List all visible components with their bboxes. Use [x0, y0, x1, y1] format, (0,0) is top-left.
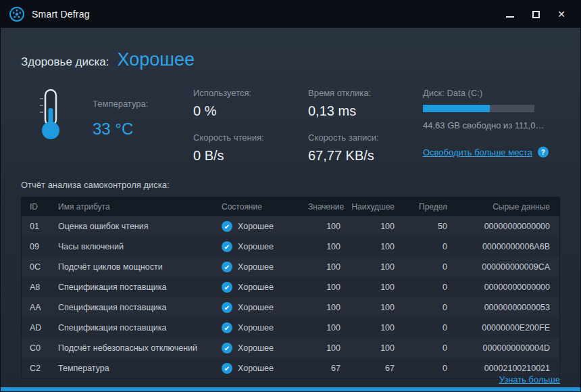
- cell-value: 100: [304, 242, 345, 251]
- status-text: Хорошее: [238, 222, 274, 231]
- cell-attribute-name: Подсчёт циклов мощности: [54, 262, 218, 272]
- cell-attribute-name: Оценка ошибок чтения: [54, 222, 218, 231]
- cell-status: ✔ Хорошее: [218, 241, 304, 252]
- cell-id: A8: [22, 283, 54, 292]
- stat-read-speed-value: 0 B/s: [193, 148, 308, 164]
- cell-id: AD: [22, 323, 54, 333]
- stat-response-time: Время отклика: 0,13 ms: [308, 88, 423, 119]
- temperature-label: Температура:: [93, 99, 148, 109]
- cell-worst: 100: [345, 323, 399, 333]
- cell-value: 100: [304, 222, 345, 231]
- temperature-column: Температура: 33 °C: [21, 88, 193, 164]
- cell-threshold: 0: [399, 242, 451, 251]
- smart-table: ID Имя атрибута Состояние Значение Наиху…: [21, 197, 560, 379]
- table-row: 0C Подсчёт циклов мощности ✔ Хорошее 100…: [22, 257, 559, 277]
- cell-id: 01: [22, 222, 54, 231]
- status-text: Хорошее: [238, 303, 274, 312]
- help-badge-icon[interactable]: ?: [538, 147, 549, 157]
- cell-status: ✔ Хорошее: [218, 302, 304, 313]
- window-controls: ✕: [499, 5, 572, 23]
- temperature-block: Температура: 33 °C: [93, 99, 148, 139]
- free-more-space-link[interactable]: Освободить больше места: [423, 147, 532, 157]
- cell-attribute-name: Температура: [54, 364, 218, 373]
- cell-worst: 100: [345, 303, 399, 312]
- table-row: A8 Спецификация поставщика ✔ Хорошее 100…: [22, 277, 559, 297]
- cell-id: C2: [22, 364, 54, 373]
- cell-value: 67: [304, 364, 345, 373]
- cell-threshold: 0: [399, 262, 451, 272]
- cell-attribute-name: Спецификация поставщика: [54, 323, 218, 333]
- status-text: Хорошее: [238, 262, 274, 272]
- cell-status: ✔ Хорошее: [218, 363, 304, 374]
- cell-id: 09: [22, 242, 54, 251]
- cell-raw-data: 00000000000000: [451, 283, 559, 292]
- col-header-id: ID: [22, 202, 54, 212]
- free-space-link-row: Освободить больше места ?: [423, 147, 560, 157]
- stat-write-speed-label: Скорость записи:: [308, 132, 423, 143]
- learn-more-link[interactable]: Узнать больше: [499, 374, 560, 385]
- stat-read-speed: Скорость чтения: 0 B/s: [193, 132, 308, 164]
- bottom-accent-strip: [1, 387, 580, 391]
- disk-health-label: Здоровье диска:: [21, 55, 109, 69]
- cell-id: C0: [22, 343, 54, 353]
- close-icon: ✕: [557, 9, 565, 20]
- col-header-name: Имя атрибута: [54, 202, 218, 212]
- disk-usage-fill: [423, 105, 490, 112]
- maximize-icon: [532, 11, 540, 18]
- cell-worst: 100: [345, 343, 399, 353]
- cell-value: 100: [304, 343, 345, 353]
- cell-worst: 100: [345, 242, 399, 251]
- status-text: Хорошее: [238, 364, 274, 373]
- cell-raw-data: 00000000000053: [451, 303, 559, 312]
- col-header-raw: Сырые данные: [451, 202, 559, 212]
- cell-threshold: 0: [399, 303, 451, 312]
- cell-threshold: 0: [399, 283, 451, 292]
- smart-table-body: 01 Оценка ошибок чтения ✔ Хорошее 100 10…: [22, 216, 559, 378]
- stat-response-time-value: 0,13 ms: [308, 103, 423, 119]
- disk-usage-bar: [423, 105, 534, 112]
- cell-raw-data: 00002100210021: [451, 364, 559, 373]
- col-header-status: Состояние: [218, 202, 304, 212]
- table-row: AD Спецификация поставщика ✔ Хорошее 100…: [22, 318, 559, 338]
- status-text: Хорошее: [238, 323, 274, 333]
- status-good-check-icon: ✔: [222, 221, 232, 232]
- disk-health-value: Хорошее: [118, 49, 195, 70]
- cell-status: ✔ Хорошее: [218, 221, 304, 232]
- stat-used-value: 0 %: [193, 103, 308, 119]
- close-button[interactable]: ✕: [551, 5, 572, 23]
- cell-id: AA: [22, 303, 54, 312]
- smart-defrag-window: Smart Defrag ✕ Здоровье диска: Хорошее: [0, 0, 581, 392]
- table-row: C2 Температура ✔ Хорошее 67 67 0 0000210…: [22, 358, 559, 378]
- stat-write-speed: Скорость записи: 67,77 KB/s: [308, 132, 423, 164]
- status-text: Хорошее: [238, 343, 274, 353]
- cell-status: ✔ Хорошее: [218, 322, 304, 333]
- minimize-button[interactable]: [499, 5, 521, 23]
- status-good-check-icon: ✔: [222, 282, 232, 293]
- cell-attribute-name: Подсчёт небезопасных отключений: [54, 343, 218, 353]
- stat-column-a: Используется: 0 % Скорость чтения: 0 B/s: [193, 88, 308, 164]
- stat-response-time-label: Время отклика:: [308, 88, 423, 98]
- cell-status: ✔ Хорошее: [218, 262, 304, 272]
- status-good-check-icon: ✔: [222, 343, 232, 353]
- cell-worst: 100: [345, 262, 399, 272]
- smart-table-header: ID Имя атрибута Состояние Значение Наиху…: [22, 197, 559, 216]
- table-row: C0 Подсчёт небезопасных отключений ✔ Хор…: [22, 338, 559, 358]
- temperature-value: 33 °C: [93, 120, 148, 139]
- table-row: AA Спецификация поставщика ✔ Хорошее 100…: [22, 297, 559, 318]
- cell-status: ✔ Хорошее: [218, 282, 304, 293]
- main-content: Здоровье диска: Хорошее Темпера: [1, 28, 580, 391]
- cell-worst: 67: [345, 364, 399, 373]
- app-logo-icon: [9, 6, 25, 22]
- thermometer-icon: [33, 88, 68, 143]
- disk-column: Диск: Data (C:) 44,63 GB свободно из 111…: [423, 88, 560, 164]
- stat-read-speed-label: Скорость чтения:: [193, 132, 308, 143]
- cell-value: 100: [304, 283, 345, 292]
- cell-value: 100: [304, 323, 345, 333]
- maximize-button[interactable]: [525, 5, 547, 23]
- cell-id: 0C: [22, 262, 54, 272]
- cell-worst: 100: [345, 222, 399, 231]
- stat-write-speed-value: 67,77 KB/s: [308, 148, 423, 164]
- cell-attribute-name: Спецификация поставщика: [54, 303, 218, 312]
- disk-name-label: Диск: Data (C:): [423, 88, 560, 98]
- cell-threshold: 0: [399, 323, 451, 333]
